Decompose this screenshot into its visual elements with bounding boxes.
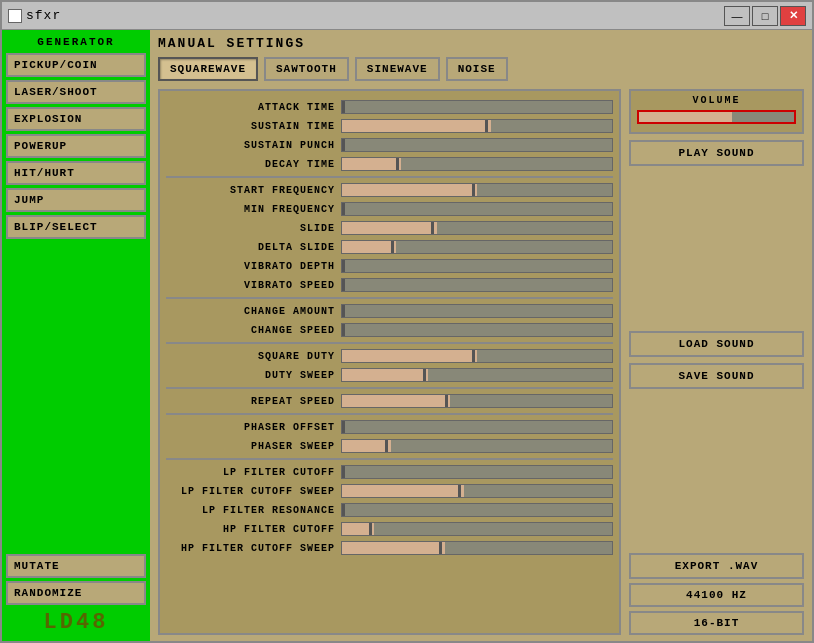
param-phaser-offset: PHASER OFFSET	[166, 418, 613, 436]
change-amount-slider[interactable]	[341, 304, 613, 318]
window-title: sfxr	[26, 8, 61, 23]
waveform-row: SQUAREWAVE SAWTOOTH SINEWAVE NOISE	[158, 57, 804, 81]
sustain-punch-slider[interactable]	[341, 138, 613, 152]
minimize-button[interactable]: —	[724, 6, 750, 26]
attack-time-slider[interactable]	[341, 100, 613, 114]
title-bar-left: sfxr	[8, 8, 61, 23]
randomize-button[interactable]: RANDOMIZE	[6, 581, 146, 605]
maximize-button[interactable]: □	[752, 6, 778, 26]
app-icon	[8, 9, 22, 23]
params-area: ATTACK TIME SUSTAIN TIME	[158, 89, 804, 635]
lp-filter-cutoff-sweep-slider[interactable]	[341, 484, 613, 498]
param-duty-sweep: DUTY SWEEP	[166, 366, 613, 384]
square-duty-label: SQUARE DUTY	[166, 351, 341, 362]
param-decay-time: DECAY TIME	[166, 155, 613, 173]
filter-group: LP FILTER CUTOFF LP FILTER CUTOFF SWEEP	[166, 458, 613, 560]
params-right: VOLUME PLAY SOUND LOAD SOUND SAVE SOUND	[629, 89, 804, 635]
hp-filter-cutoff-slider[interactable]	[341, 522, 613, 536]
sidebar-item-explosion[interactable]: EXPLOSION	[6, 107, 146, 131]
param-repeat-speed: REPEAT SPEED	[166, 392, 613, 410]
duty-sweep-label: DUTY SWEEP	[166, 370, 341, 381]
export-wav-button[interactable]: EXPORT .WAV	[629, 553, 804, 579]
sidebar-item-powerup[interactable]: POWERUP	[6, 134, 146, 158]
sustain-time-label: SUSTAIN TIME	[166, 121, 341, 132]
mutate-button[interactable]: MUTATE	[6, 554, 146, 578]
play-sound-button[interactable]: PLAY SOUND	[629, 140, 804, 166]
vibrato-depth-slider[interactable]	[341, 259, 613, 273]
wave-btn-noise[interactable]: NOISE	[446, 57, 508, 81]
wave-btn-sawtooth[interactable]: SAWTOOTH	[264, 57, 349, 81]
sidebar-item-blip-select[interactable]: BLIP/SELECT	[6, 215, 146, 239]
wave-btn-squarewave[interactable]: SQUAREWAVE	[158, 57, 258, 81]
phaser-sweep-label: PHASER SWEEP	[166, 441, 341, 452]
param-slide: SLIDE	[166, 219, 613, 237]
lp-filter-cutoff-label: LP FILTER CUTOFF	[166, 467, 341, 478]
hz-button[interactable]: 44100 HZ	[629, 583, 804, 607]
phaser-sweep-slider[interactable]	[341, 439, 613, 453]
phaser-offset-label: PHASER OFFSET	[166, 422, 341, 433]
vibrato-speed-slider[interactable]	[341, 278, 613, 292]
main-content: GENERATOR PICKUP/COIN LASER/SHOOT EXPLOS…	[2, 30, 812, 641]
param-min-frequency: MIN FREQUENCY	[166, 200, 613, 218]
lp-filter-cutoff-slider[interactable]	[341, 465, 613, 479]
change-amount-label: CHANGE AMOUNT	[166, 306, 341, 317]
repeat-speed-label: REPEAT SPEED	[166, 396, 341, 407]
min-frequency-slider[interactable]	[341, 202, 613, 216]
sidebar-item-pickup-coin[interactable]: PICKUP/COIN	[6, 53, 146, 77]
right-spacer2	[629, 395, 804, 548]
hp-filter-cutoff-sweep-slider[interactable]	[341, 541, 613, 555]
frequency-group: START FREQUENCY MIN FREQUENCY	[166, 176, 613, 297]
ld48-label: LD48	[6, 608, 146, 637]
repeat-speed-slider[interactable]	[341, 394, 613, 408]
right-panel: MANUAL SETTINGS SQUAREWAVE SAWTOOTH SINE…	[150, 30, 812, 641]
lp-filter-resonance-slider[interactable]	[341, 503, 613, 517]
sidebar: GENERATOR PICKUP/COIN LASER/SHOOT EXPLOS…	[2, 30, 150, 641]
sidebar-bottom: MUTATE RANDOMIZE LD48	[6, 554, 146, 637]
sustain-punch-label: SUSTAIN PUNCH	[166, 140, 341, 151]
param-sustain-time: SUSTAIN TIME	[166, 117, 613, 135]
close-button[interactable]: ✕	[780, 6, 806, 26]
param-start-frequency: START FREQUENCY	[166, 181, 613, 199]
change-group: CHANGE AMOUNT CHANGE SPEED	[166, 297, 613, 342]
generator-label: GENERATOR	[6, 34, 146, 50]
load-sound-button[interactable]: LOAD SOUND	[629, 331, 804, 357]
title-bar: sfxr — □ ✕	[2, 2, 812, 30]
duty-sweep-slider[interactable]	[341, 368, 613, 382]
sidebar-spacer	[6, 242, 146, 551]
bit-button[interactable]: 16-BIT	[629, 611, 804, 635]
param-change-amount: CHANGE AMOUNT	[166, 302, 613, 320]
volume-section: VOLUME	[629, 89, 804, 134]
phaser-group: PHASER OFFSET PHASER SWEEP	[166, 413, 613, 458]
lp-filter-cutoff-sweep-label: LP FILTER CUTOFF SWEEP	[166, 486, 341, 497]
wave-btn-sinewave[interactable]: SINEWAVE	[355, 57, 440, 81]
slide-slider[interactable]	[341, 221, 613, 235]
save-sound-button[interactable]: SAVE SOUND	[629, 363, 804, 389]
lp-filter-resonance-label: LP FILTER RESONANCE	[166, 505, 341, 516]
right-spacer	[629, 172, 804, 325]
export-section: EXPORT .WAV 44100 HZ 16-BIT	[629, 553, 804, 635]
square-duty-slider[interactable]	[341, 349, 613, 363]
slide-label: SLIDE	[166, 223, 341, 234]
sustain-time-slider[interactable]	[341, 119, 613, 133]
delta-slide-slider[interactable]	[341, 240, 613, 254]
param-phaser-sweep: PHASER SWEEP	[166, 437, 613, 455]
change-speed-slider[interactable]	[341, 323, 613, 337]
sidebar-item-laser-shoot[interactable]: LASER/SHOOT	[6, 80, 146, 104]
param-lp-filter-resonance: LP FILTER RESONANCE	[166, 501, 613, 519]
param-square-duty: SQUARE DUTY	[166, 347, 613, 365]
sidebar-item-hit-hurt[interactable]: HIT/HURT	[6, 161, 146, 185]
repeat-group: REPEAT SPEED	[166, 387, 613, 413]
vibrato-depth-label: VIBRATO DEPTH	[166, 261, 341, 272]
volume-label: VOLUME	[637, 95, 796, 106]
attack-time-label: ATTACK TIME	[166, 102, 341, 113]
sidebar-item-jump[interactable]: JUMP	[6, 188, 146, 212]
volume-slider[interactable]	[637, 110, 796, 124]
param-vibrato-depth: VIBRATO DEPTH	[166, 257, 613, 275]
envelope-group: ATTACK TIME SUSTAIN TIME	[166, 95, 613, 176]
duty-group: SQUARE DUTY DUTY SWEEP	[166, 342, 613, 387]
start-frequency-slider[interactable]	[341, 183, 613, 197]
decay-time-slider[interactable]	[341, 157, 613, 171]
title-bar-controls: — □ ✕	[724, 6, 806, 26]
phaser-offset-slider[interactable]	[341, 420, 613, 434]
params-left: ATTACK TIME SUSTAIN TIME	[158, 89, 621, 635]
